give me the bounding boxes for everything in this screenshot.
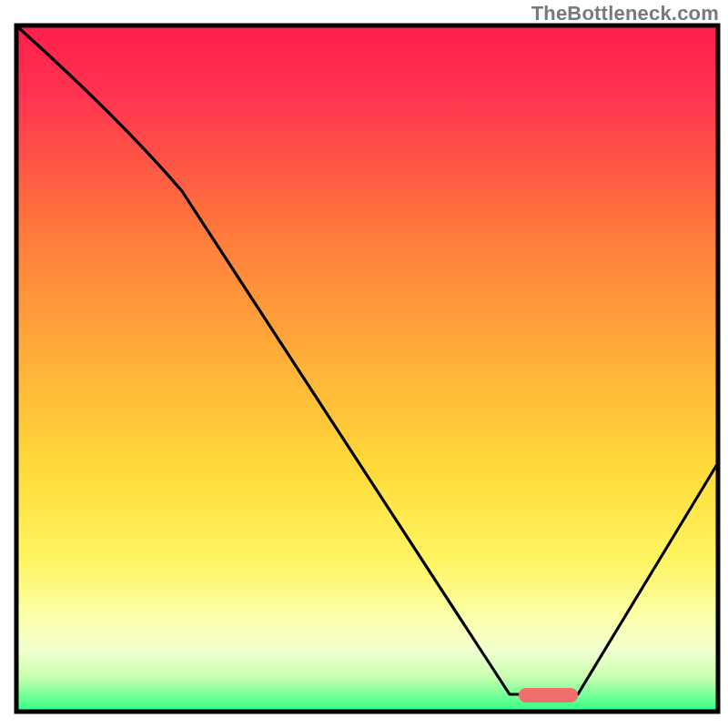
chart-container: TheBottleneck.com	[0, 0, 728, 728]
optimal-marker	[519, 688, 578, 703]
bottleneck-chart	[0, 0, 728, 728]
gradient-background	[16, 25, 718, 712]
